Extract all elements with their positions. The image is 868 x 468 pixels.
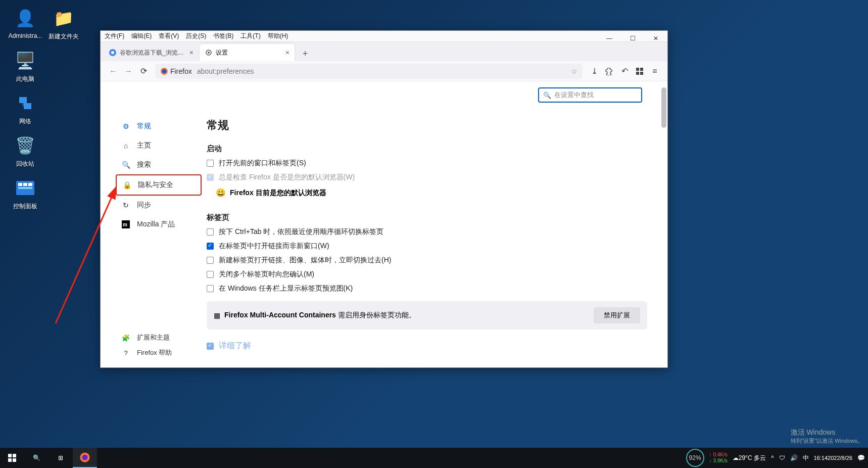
- opt-taskbar-preview[interactable]: 在 Windows 任务栏上显示标签页预览图(K): [207, 284, 647, 293]
- maximize-button[interactable]: ☐: [621, 31, 644, 46]
- preferences-page: ⚙常规 ⌂主页 🔍搜索 🔒隐私与安全 ↻同步 mMozilla 产品 🧩扩展和主…: [101, 81, 667, 367]
- tray-chevron-icon[interactable]: ^: [771, 454, 774, 461]
- label: 新建文件夹: [44, 32, 83, 41]
- new-tab-button[interactable]: +: [298, 46, 313, 61]
- svg-rect-16: [636, 72, 639, 75]
- notifications-icon[interactable]: 💬: [857, 454, 865, 461]
- ime-indicator[interactable]: 中: [803, 454, 809, 462]
- search-icon: 🔍: [543, 91, 551, 99]
- svg-rect-22: [13, 454, 16, 457]
- downloads-icon[interactable]: ⤓: [587, 64, 602, 79]
- computer-icon: 🖥️: [13, 49, 37, 73]
- checkbox[interactable]: [207, 228, 214, 236]
- tray-app-icon[interactable]: 🛡: [779, 454, 785, 461]
- bookmark-star-icon[interactable]: ☆: [571, 67, 577, 75]
- sidebar-item-mozilla[interactable]: mMozilla 产品: [116, 215, 202, 234]
- close-button[interactable]: ✕: [644, 31, 667, 46]
- menu-history[interactable]: 历史(S): [186, 32, 206, 40]
- checkbox[interactable]: [207, 271, 214, 278]
- prefs-main[interactable]: 🔍 在设置中查找 常规 启动 打开先前的窗口和标签页(S) 总是检查 Firef…: [202, 81, 667, 367]
- svg-rect-6: [28, 183, 32, 186]
- container-icon: ▦: [214, 311, 220, 319]
- desktop-icon-pc[interactable]: 🖥️此电脑: [6, 49, 44, 83]
- prefs-sidebar: ⚙常规 ⌂主页 🔍搜索 🔒隐私与安全 ↻同步 mMozilla 产品 🧩扩展和主…: [101, 81, 202, 367]
- svg-point-13: [162, 69, 166, 73]
- learn-more-link[interactable]: 详细了解: [219, 341, 251, 351]
- net-speed[interactable]: ↑ 0.4K/s ↓ 3.9K/s: [709, 452, 728, 464]
- checkbox[interactable]: [207, 243, 214, 250]
- forward-button[interactable]: →: [121, 64, 136, 79]
- container-icon[interactable]: [632, 64, 647, 79]
- clock[interactable]: 16:14 2022/8/26: [814, 454, 852, 461]
- disable-extension-button[interactable]: 禁用扩展: [594, 307, 640, 323]
- taskbar: 🔍 ⊞ 92% ↑ 0.4K/s ↓ 3.9K/s ☁ 29°C 多云 ^ 🛡 …: [0, 448, 868, 468]
- sidebar-item-home[interactable]: ⌂主页: [116, 136, 202, 155]
- checkbox[interactable]: [207, 257, 214, 264]
- taskview-button[interactable]: ⊞: [49, 448, 73, 468]
- sidebar-item-extensions[interactable]: 🧩扩展和主题: [116, 330, 177, 345]
- help-icon: ?: [121, 349, 131, 357]
- close-icon[interactable]: ×: [189, 49, 194, 57]
- opt-restore-session[interactable]: 打开先前的窗口和标签页(S): [207, 159, 647, 168]
- watermark-l2: 转到"设置"以激活 Windows。: [791, 437, 863, 445]
- smile-icon: 😀: [216, 188, 226, 198]
- reload-button[interactable]: ⟳: [136, 64, 151, 79]
- sidebar-item-sync[interactable]: ↻同步: [116, 196, 202, 215]
- tab-chrome-download[interactable]: 谷歌浏览器下载_浏览器官网入口 ×: [104, 44, 199, 61]
- gear-icon: [205, 49, 213, 57]
- sidebar-item-search[interactable]: 🔍搜索: [116, 155, 202, 174]
- desktop-icon-control[interactable]: 控制面板: [6, 176, 44, 211]
- firefox-window: 文件(F) 编辑(E) 查看(V) 历史(S) 书签(B) 工具(T) 帮助(H…: [100, 30, 668, 368]
- extension-icon[interactable]: [602, 64, 617, 79]
- svg-rect-5: [23, 183, 27, 186]
- scrollbar-thumb[interactable]: [661, 87, 666, 128]
- opt-confirm-close[interactable]: 关闭多个标签页时向您确认(M): [207, 270, 647, 279]
- watermark-l1: 激活 Windows: [791, 428, 863, 437]
- menu-icon[interactable]: ≡: [647, 64, 662, 79]
- label: Administra...: [6, 32, 44, 39]
- prefs-search-input[interactable]: 🔍 在设置中查找: [538, 87, 642, 103]
- tab-settings[interactable]: 设置 ×: [200, 44, 295, 61]
- checkbox[interactable]: [207, 343, 214, 350]
- menu-help[interactable]: 帮助(H): [268, 32, 288, 40]
- opt-switch-immediate[interactable]: 新建标签页打开链接、图像、媒体时，立即切换过去(H): [207, 256, 647, 265]
- menu-file[interactable]: 文件(F): [105, 32, 124, 40]
- default-browser-msg: 😀Firefox 目前是您的默认浏览器: [216, 188, 647, 198]
- sidebar-item-general[interactable]: ⚙常规: [116, 117, 202, 136]
- checkbox[interactable]: [207, 285, 214, 292]
- firefox-icon: Firefox: [160, 67, 192, 75]
- mozilla-icon: m: [121, 220, 131, 228]
- menu-edit[interactable]: 编辑(E): [131, 32, 152, 40]
- svg-rect-4: [18, 183, 22, 186]
- volume-icon[interactable]: 🔊: [790, 454, 798, 461]
- svg-rect-24: [13, 458, 16, 462]
- desktop-icon-folder[interactable]: 📁新建文件夹: [44, 6, 83, 41]
- account-icon[interactable]: ↶: [617, 64, 632, 79]
- sidebar-item-privacy[interactable]: 🔒隐私与安全: [116, 174, 202, 196]
- back-button[interactable]: ←: [106, 64, 121, 79]
- start-button[interactable]: [0, 448, 24, 468]
- svg-rect-23: [8, 458, 12, 462]
- desktop-icon-network[interactable]: 网络: [6, 91, 44, 126]
- close-icon[interactable]: ×: [285, 49, 290, 57]
- search-button[interactable]: 🔍: [24, 448, 49, 468]
- checkbox[interactable]: [207, 160, 214, 167]
- placeholder: 在设置中查找: [554, 90, 594, 100]
- opt-check-default: 总是检查 Firefox 是否是您的默认浏览器(W): [207, 173, 647, 182]
- svg-rect-0: [19, 97, 27, 103]
- desktop-icon-recycle[interactable]: 🗑️回收站: [6, 133, 44, 168]
- menu-view[interactable]: 查看(V): [159, 32, 179, 40]
- extension-row: ▦ Firefox Multi-Account Containers 需启用身份…: [207, 301, 647, 330]
- sidebar-item-help[interactable]: ?Firefox 帮助: [116, 345, 177, 360]
- weather-widget[interactable]: ☁ 29°C 多云: [733, 454, 766, 462]
- minimize-button[interactable]: —: [598, 31, 621, 46]
- address-field[interactable]: Firefox about:preferences ☆: [155, 64, 583, 79]
- opt-open-in-tabs[interactable]: 在标签页中打开链接而非新窗口(W): [207, 242, 647, 251]
- menu-tools[interactable]: 工具(T): [240, 32, 260, 40]
- desktop-icon-admin[interactable]: 👤Administra...: [6, 6, 44, 39]
- gauge-widget[interactable]: 92%: [686, 449, 704, 467]
- taskbar-firefox[interactable]: [73, 448, 97, 468]
- menu-bookmarks[interactable]: 书签(B): [213, 32, 233, 40]
- opt-ctrl-tab[interactable]: 按下 Ctrl+Tab 时，依照最近使用顺序循环切换标签页: [207, 227, 647, 237]
- svg-rect-14: [636, 68, 639, 71]
